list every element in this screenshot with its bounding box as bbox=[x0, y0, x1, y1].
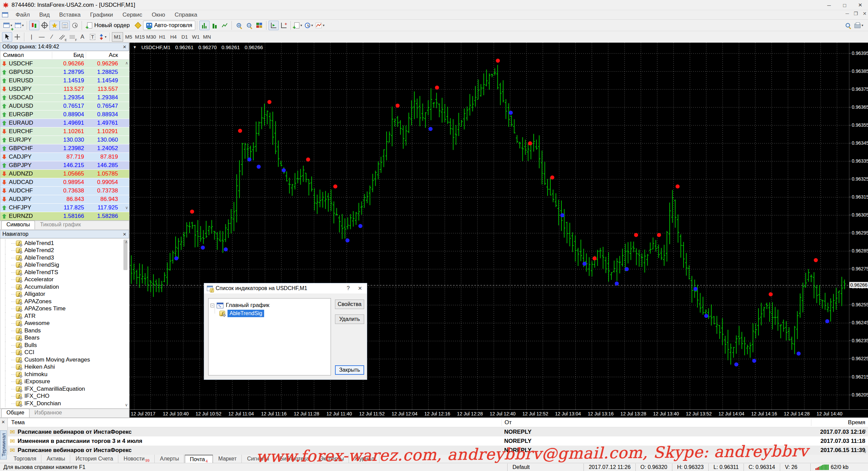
navigator-item-Accumulation[interactable]: ƒAccumulation bbox=[0, 283, 129, 291]
navigator-item-Ichimoku[interactable]: ƒIchimoku bbox=[0, 371, 129, 378]
menu-Сервис[interactable]: Сервис bbox=[118, 11, 147, 19]
new-chart-button[interactable]: +▾ bbox=[2, 21, 14, 30]
metaeditor-button[interactable] bbox=[133, 21, 143, 30]
market-watch-row-AUDJPY[interactable]: AUDJPY86.84386.943 bbox=[0, 195, 129, 204]
auto-trading-button[interactable]: Авто-торговля bbox=[143, 21, 195, 30]
navigator-item-IFX_Donchian[interactable]: ƒIFX_Donchian bbox=[0, 400, 129, 407]
column-subject[interactable]: Тема bbox=[8, 419, 501, 426]
terminal-tab-Торговля[interactable]: Торговля bbox=[9, 455, 41, 463]
trendline-tool-button[interactable]: ∕ bbox=[47, 32, 57, 42]
tile-windows-button[interactable] bbox=[254, 21, 264, 30]
tab-Избранное[interactable]: Избранное bbox=[29, 409, 67, 417]
market-watch-close-icon[interactable]: ✕ bbox=[123, 44, 126, 49]
market-watch-row-GBPCHF[interactable]: GBPCHF1.239821.24052 bbox=[0, 144, 129, 153]
navigator-item-Alligator[interactable]: ƒAlligator bbox=[0, 291, 129, 298]
timeframe-D1[interactable]: D1 bbox=[179, 32, 190, 42]
market-watch-row-CHFJPY[interactable]: CHFJPY117.825117.925 bbox=[0, 204, 129, 212]
mail-row[interactable]: ✉Расписание вебинаров от ИнстаФорексNORE… bbox=[8, 427, 868, 436]
timeframe-M15[interactable]: M15 bbox=[134, 32, 145, 42]
navigator-item-APAZones[interactable]: ƒAPAZones bbox=[0, 298, 129, 305]
chart-shift-button[interactable] bbox=[279, 21, 289, 30]
column-from[interactable]: От bbox=[501, 419, 811, 426]
navigator-scrollbar[interactable] bbox=[123, 240, 128, 407]
chevron-down-icon[interactable]: ▼ bbox=[133, 45, 137, 50]
market-watch-row-AUDUSD[interactable]: AUDUSD0.765170.76547 bbox=[0, 102, 129, 110]
horizontal-line-tool-button[interactable]: — bbox=[37, 32, 47, 42]
market-watch-row-EURJPY[interactable]: EURJPY130.030130.060 bbox=[0, 136, 129, 144]
terminal-scroll-up-icon[interactable]: ∧ bbox=[864, 428, 867, 433]
dialog-close-icon[interactable]: ✕ bbox=[356, 285, 364, 291]
close-button[interactable]: Закрыть bbox=[335, 365, 364, 375]
market-watch-row-EURCHF[interactable]: EURCHF1.102611.10291 bbox=[0, 127, 129, 136]
print-button[interactable]: ▾ bbox=[853, 21, 865, 30]
candlestick-mode-button[interactable] bbox=[210, 21, 220, 30]
text-tool-button[interactable]: A bbox=[77, 32, 87, 42]
status-profile[interactable]: Default bbox=[507, 464, 584, 471]
navigator-item-AbleTrendTS[interactable]: ƒAbleTrendTS bbox=[0, 269, 129, 276]
periods-button[interactable]: ▾ bbox=[303, 21, 314, 30]
mdi-minimize-button[interactable]: ─ bbox=[846, 11, 849, 16]
navigator-item-Bands[interactable]: ƒBands bbox=[0, 327, 129, 334]
bar-chart-mode-button[interactable] bbox=[199, 21, 210, 30]
channel-tool-button[interactable]: E bbox=[57, 32, 67, 42]
column-symbol[interactable]: Символ bbox=[0, 52, 52, 59]
zoom-in-button[interactable]: + bbox=[234, 21, 244, 30]
navigator-item-AbleTrend2[interactable]: ƒAbleTrend2 bbox=[0, 247, 129, 254]
tree-root-row[interactable]: − Главный график bbox=[211, 301, 329, 309]
navigator-item-Accelerator[interactable]: ƒAccelerator bbox=[0, 276, 129, 284]
crosshair-tool-button[interactable] bbox=[12, 32, 22, 42]
menu-Вид[interactable]: Вид bbox=[35, 11, 55, 19]
navigator-scroll-up-icon[interactable]: ∧ bbox=[125, 240, 128, 244]
tab-Символы[interactable]: Символы bbox=[1, 221, 35, 229]
time-axis[interactable]: 12 Jul 201712 Jul 10:4012 Jul 10:5212 Ju… bbox=[130, 409, 868, 417]
market-watch-row-USDJPY[interactable]: USDJPY113.527113.557 bbox=[0, 85, 129, 94]
market-watch-scroll-up-icon[interactable]: ∧ bbox=[125, 61, 128, 65]
strategy-tester-button[interactable] bbox=[70, 21, 80, 30]
mdi-close-button[interactable]: ✕ bbox=[863, 11, 867, 16]
menu-Вставка[interactable]: Вставка bbox=[55, 11, 85, 19]
tree-child-row[interactable]: ƒ AbleTrendSig bbox=[219, 309, 329, 318]
timeframe-MN[interactable]: MN bbox=[201, 32, 213, 42]
text-label-tool-button[interactable]: T bbox=[87, 32, 98, 42]
market-watch-row-EURUSD[interactable]: EURUSD1.145191.14549 bbox=[0, 77, 129, 85]
menu-Файл[interactable]: Файл bbox=[11, 11, 35, 19]
timeframe-H1[interactable]: H1 bbox=[157, 32, 168, 42]
indicators-button[interactable]: ▾ bbox=[293, 21, 303, 30]
market-watch-scroll-down-icon[interactable]: ∨ bbox=[125, 205, 128, 210]
window-maximize-button[interactable]: □ bbox=[837, 0, 852, 10]
timeframe-M5[interactable]: M5 bbox=[123, 32, 134, 42]
line-chart-mode-button[interactable] bbox=[220, 21, 230, 30]
navigator-toggle-button[interactable]: ★ bbox=[50, 21, 60, 30]
fibonacci-tool-button[interactable]: F bbox=[67, 32, 77, 42]
timeframe-W1[interactable]: W1 bbox=[190, 32, 201, 42]
timeframe-M1[interactable]: M1 bbox=[112, 32, 123, 42]
navigator-scroll-down-icon[interactable]: ∨ bbox=[125, 403, 128, 407]
navigator-item-Awesome[interactable]: ƒAwesome bbox=[0, 320, 129, 327]
navigator-item-Bears[interactable]: ƒBears bbox=[0, 334, 129, 342]
selected-indicator-label[interactable]: AbleTrendSig bbox=[228, 310, 264, 317]
auto-scroll-button[interactable] bbox=[269, 21, 279, 30]
market-watch-row-GBPJPY[interactable]: GBPJPY146.215146.285 bbox=[0, 161, 129, 170]
navigator-item-iExposure[interactable]: ƒiExposure bbox=[0, 378, 129, 386]
terminal-scroll-down-icon[interactable]: ∨ bbox=[864, 449, 867, 454]
tab-Общие[interactable]: Общие bbox=[1, 409, 29, 417]
tab-Тиковый график[interactable]: Тиковый график bbox=[35, 221, 86, 229]
menu-Справка[interactable]: Справка bbox=[170, 11, 202, 19]
terminal-tab-Алерты[interactable]: Алерты bbox=[155, 455, 184, 463]
vertical-line-tool-button[interactable]: | bbox=[26, 32, 37, 42]
delete-button[interactable]: Удалить bbox=[335, 314, 364, 324]
navigator-item-APAZones Time[interactable]: ƒAPAZones Time bbox=[0, 305, 129, 313]
column-time[interactable]: Время bbox=[811, 419, 868, 426]
dialog-help-button[interactable]: ? bbox=[343, 285, 353, 291]
navigator-item-AbleTrendSig[interactable]: ƒAbleTrendSig bbox=[0, 262, 129, 269]
navigator-item-Custom Moving Averages[interactable]: ƒCustom Moving Averages bbox=[0, 356, 129, 364]
properties-button[interactable]: Свойства bbox=[335, 300, 364, 309]
terminal-tab-Маркет[interactable]: Маркет bbox=[214, 455, 242, 463]
zoom-out-button[interactable]: − bbox=[244, 21, 254, 30]
profiles-button[interactable]: ▾ bbox=[14, 21, 25, 30]
timeframe-M30[interactable]: M30 bbox=[145, 32, 157, 42]
templates-button[interactable]: ▾ bbox=[314, 21, 326, 30]
navigator-item-IFX_CamarilliaEquation[interactable]: ƒIFX_CamarilliaEquation bbox=[0, 385, 129, 393]
market-watch-toggle-button[interactable] bbox=[29, 21, 39, 30]
menu-Окно[interactable]: Окно bbox=[147, 11, 170, 19]
